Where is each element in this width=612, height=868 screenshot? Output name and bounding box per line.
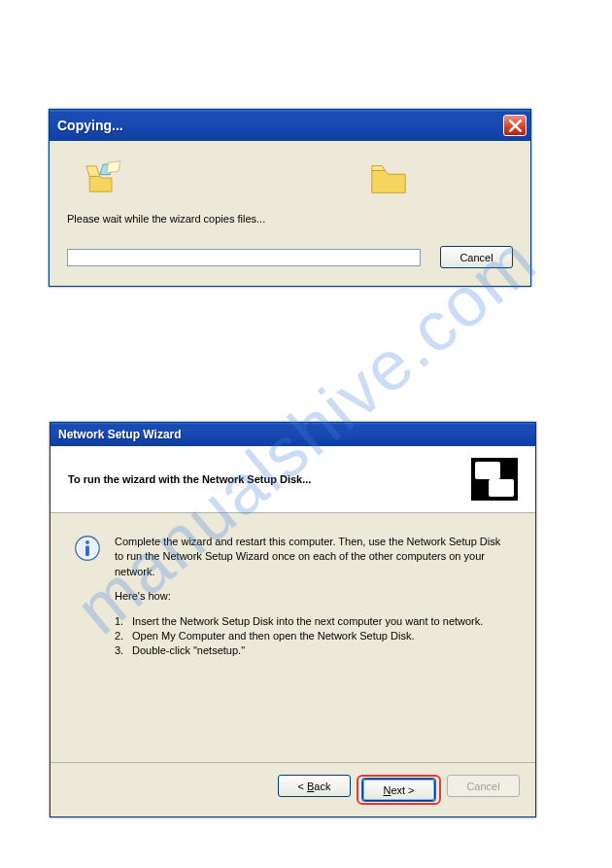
wizard-info-text: Complete the wizard and restart this com… (115, 535, 508, 659)
wizard-title: Network Setup Wizard (58, 428, 182, 441)
step-2: 2.Open My Computer and then open the Net… (115, 629, 508, 643)
wizard-cancel-button: Cancel (447, 775, 520, 797)
wizard-footer: < Back Next > Cancel (51, 762, 535, 816)
step-1: 1.Insert the Network Setup Disk into the… (115, 614, 508, 629)
close-icon (509, 120, 522, 132)
close-button[interactable] (503, 115, 527, 136)
wizard-body: Complete the wizard and restart this com… (51, 513, 535, 762)
folder-fly-icon (85, 160, 125, 197)
svg-point-2 (85, 540, 89, 544)
next-button[interactable]: Next > (362, 779, 435, 801)
wizard-steps: 1.Insert the Network Setup Disk into the… (115, 614, 508, 659)
copying-titlebar[interactable]: Copying... (50, 110, 530, 141)
copying-message: Please wait while the wizard copies file… (67, 213, 513, 225)
next-button-highlight: Next > (357, 775, 441, 805)
wizard-titlebar[interactable]: Network Setup Wizard (51, 423, 535, 446)
wizard-paragraph: Complete the wizard and restart this com… (115, 535, 508, 579)
network-icon (471, 458, 518, 501)
folder-icon (368, 160, 409, 197)
cancel-button[interactable]: Cancel (440, 246, 513, 268)
copying-dialog: Copying... Please wait while the wizard … (49, 109, 531, 287)
back-button[interactable]: < Back (278, 775, 351, 797)
wizard-dialog: Network Setup Wizard To run the wizard w… (50, 422, 536, 817)
wizard-heres-how: Here's how: (115, 589, 508, 604)
wizard-header-text: To run the wizard with the Network Setup… (68, 473, 311, 485)
progress-bar (67, 249, 421, 266)
wizard-header: To run the wizard with the Network Setup… (51, 446, 535, 513)
info-icon (74, 535, 101, 562)
copying-title: Copying... (57, 118, 123, 133)
svg-rect-3 (85, 545, 89, 556)
copying-body: Please wait while the wizard copies file… (50, 141, 530, 286)
step-3: 3.Double-click "netsetup." (115, 643, 508, 658)
